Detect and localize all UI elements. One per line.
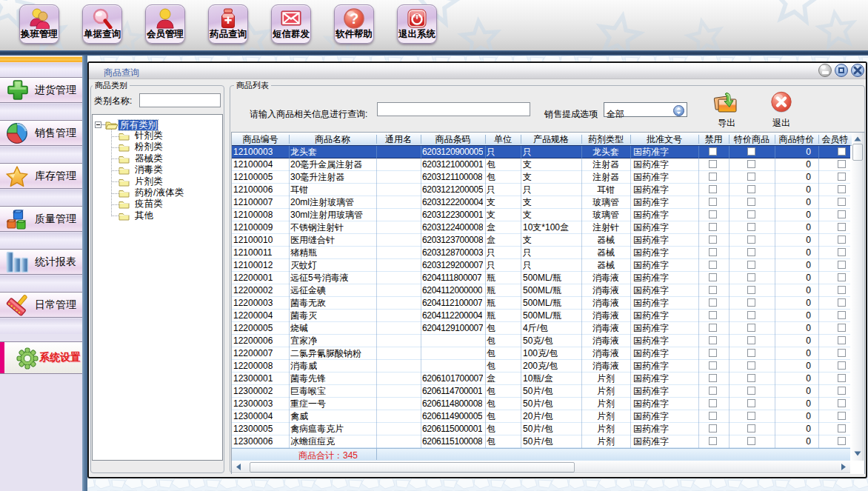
svg-text:?: ? (350, 10, 358, 27)
